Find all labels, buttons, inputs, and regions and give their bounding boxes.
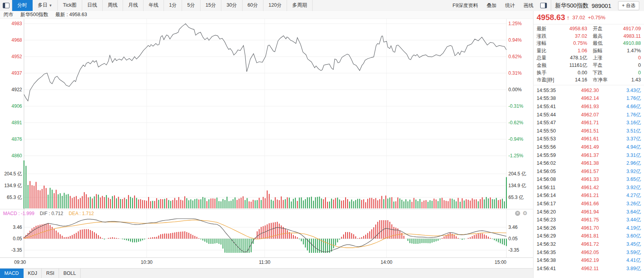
top-toolbar: 分时多日▼Tick图日线周线月线年线1分5分15分30分60分120分多周期 F…: [0, 0, 644, 11]
quote-row: 涨跌37.02最高4983.11: [537, 33, 641, 40]
tick-row[interactable]: 14:56:264961.704.19亿: [537, 224, 641, 232]
statusbar-symbol: 新华500指数: [20, 11, 48, 18]
volume-axis-label: 204.5 亿: [0, 171, 22, 177]
tick-row[interactable]: 14:55:474961.713.16亿: [537, 119, 641, 127]
toolbar-tool-3[interactable]: 统计: [501, 0, 519, 11]
tick-row[interactable]: 14:55:564961.494.94亿: [537, 143, 641, 151]
price-axis-label: 4952: [2, 54, 22, 59]
tick-row[interactable]: 14:55:354962.303.43亿: [537, 87, 641, 95]
toolbar-tab-7[interactable]: 年线: [144, 0, 164, 11]
quote-header: 4958.63 ↑ 37.02 +0.75%: [534, 11, 644, 24]
tick-row[interactable]: 14:55:444962.071.76亿: [537, 111, 641, 119]
indicator-tab-boll[interactable]: BOLL: [59, 269, 81, 278]
tick-row[interactable]: 14:56:384962.194.41亿: [537, 256, 641, 265]
chart-region[interactable]: 498349684952493749224906489148764860 1.2…: [0, 19, 533, 267]
toolbar-tab-12[interactable]: 60分: [243, 0, 263, 11]
toolbar-tab-14[interactable]: 多周期: [287, 0, 313, 11]
price-axis-label: 4891: [2, 120, 22, 125]
indicator-tab-macd[interactable]: MACD: [0, 269, 24, 278]
macd-value-label: MACD : -1.999: [3, 211, 34, 216]
time-axis-label: 10:30: [139, 260, 155, 265]
tick-row[interactable]: 14:55:594961.373.31亿: [537, 151, 641, 160]
market-status: 闭市: [4, 11, 13, 18]
toolbar-tab-9[interactable]: 5分: [182, 0, 200, 11]
toolbar-tool-4[interactable]: 画线: [519, 0, 538, 11]
macd-pane-controls: ✕ ⚙: [515, 211, 528, 216]
tick-row[interactable]: 14:55:414961.934.66亿: [537, 103, 641, 111]
indicator-settings-icon[interactable]: ⚙: [523, 211, 528, 216]
volume-axis-label: 134.9 亿: [508, 183, 526, 188]
tick-row[interactable]: 14:56:414962.113.89亿: [537, 265, 641, 273]
up-arrow-icon: ↑: [567, 14, 570, 21]
volume-axis-label: 65.3 亿: [0, 195, 22, 200]
percent-axis-label: -0.62%: [508, 120, 523, 125]
symbol-code: 989001: [592, 2, 611, 9]
volume-axis-label: 134.9 亿: [0, 183, 22, 188]
layout-icon-button[interactable]: [0, 0, 12, 11]
tick-row[interactable]: 14:56:174961.663.26亿: [537, 200, 641, 208]
price-axis-label: 4922: [2, 87, 22, 92]
intraday-chart-canvas[interactable]: [0, 19, 533, 260]
tick-row[interactable]: 14:55:504961.513.51亿: [537, 127, 641, 135]
quote-row: 量比1.06振幅1.47%: [537, 47, 641, 55]
toolbar-tool-2[interactable]: 叠加: [482, 0, 501, 11]
quote-row: 最新4958.63开盘4917.09: [537, 25, 641, 33]
price-axis-label: 4968: [2, 37, 22, 43]
percent-axis-label: 1.25%: [508, 21, 522, 26]
quote-row: 市盈[静]14.16市净率1.43: [537, 76, 641, 84]
toolbar-tab-13[interactable]: 120分: [263, 0, 287, 11]
time-axis-label: 09:30: [14, 260, 26, 265]
indicator-tab-rsi[interactable]: RSI: [42, 269, 59, 278]
tick-row[interactable]: 14:56:114961.423.92亿: [537, 184, 641, 192]
time-axis-label: 14:00: [379, 260, 394, 265]
percent-axis-label: -0.94%: [508, 136, 523, 142]
toolbar-tab-10[interactable]: 15分: [201, 0, 221, 11]
quote-row: 涨幅0.75%最低4910.88: [537, 40, 641, 47]
time-axis-label: 15:00: [490, 260, 506, 265]
toolbar-tools-group: F9深度资料叠加统计画线: [448, 0, 538, 11]
toolbar-tab-4[interactable]: 日线: [82, 0, 103, 11]
statusbar-latest: 最新 : 4958.63: [55, 11, 87, 18]
trading-app-window: 分时多日▼Tick图日线周线月线年线1分5分15分30分60分120分多周期 F…: [0, 0, 644, 278]
symbol-header: 新华500指数 989001: [551, 2, 618, 9]
tick-list[interactable]: 14:55:354962.303.43亿14:55:384962.141.76亿…: [534, 85, 644, 273]
tick-row[interactable]: 14:56:324961.723.45亿: [537, 240, 641, 249]
panel-toggle-icon[interactable]: [540, 3, 547, 8]
tick-row[interactable]: 14:56:144961.214.27亿: [537, 191, 641, 200]
macd-axis-label: 0.05: [0, 236, 22, 241]
indicator-tab-kdj[interactable]: KDJ: [24, 269, 42, 278]
toolbar-tab-2[interactable]: 多日▼: [33, 0, 58, 11]
price-axis-label: 4860: [2, 153, 22, 158]
tick-row[interactable]: 14:56:234961.753.44亿: [537, 216, 641, 224]
tick-row[interactable]: 14:56:294961.813.60亿: [537, 232, 641, 240]
chevron-down-icon: ▼: [49, 4, 52, 7]
tick-row[interactable]: 14:55:384962.141.76亿: [537, 94, 641, 103]
percent-axis-label: 0.94%: [508, 37, 522, 43]
tick-row[interactable]: 14:55:534961.613.37亿: [537, 135, 641, 143]
toolbar-tab-5[interactable]: 周线: [103, 0, 123, 11]
percent-axis-label: 0.62%: [508, 54, 522, 59]
toolbar-tool-1[interactable]: F9深度资料: [448, 0, 482, 11]
macd-axis-label: 3.46: [508, 225, 517, 230]
percent-axis-label: 0.31%: [508, 70, 522, 76]
toolbar-tab-3[interactable]: Tick图: [58, 0, 82, 11]
quote-row: 总量478.1亿上涨0: [537, 54, 641, 62]
dea-value-label: DEA : 1.712: [69, 211, 94, 216]
macd-axis-label: -3.35: [0, 247, 22, 253]
tick-row[interactable]: 14:56:084961.333.65亿: [537, 175, 641, 184]
tick-row[interactable]: 14:56:354962.053.59亿: [537, 249, 641, 257]
volume-axis-label: 204.5 亿: [508, 171, 526, 177]
toolbar-tab-1[interactable]: 分时: [12, 0, 33, 11]
price-change: 37.02: [572, 15, 585, 20]
toolbar-tab-6[interactable]: 月线: [123, 0, 144, 11]
add-watchlist-button[interactable]: + 自选: [618, 1, 639, 10]
macd-axis-label: 3.46: [0, 225, 22, 230]
tick-row[interactable]: 14:56:204961.943.64亿: [537, 208, 641, 216]
symbol-name: 新华500指数: [555, 2, 589, 9]
tick-row[interactable]: 14:56:024961.382.96亿: [537, 159, 641, 168]
toolbar-tab-11[interactable]: 30分: [221, 0, 242, 11]
toolbar-tab-8[interactable]: 1分: [164, 0, 182, 11]
tick-row[interactable]: 14:56:054961.573.92亿: [537, 168, 641, 176]
close-indicator-icon[interactable]: ✕: [515, 211, 520, 216]
quote-panel: 4958.63 ↑ 37.02 +0.75% 最新4958.63开盘4917.0…: [533, 11, 644, 278]
